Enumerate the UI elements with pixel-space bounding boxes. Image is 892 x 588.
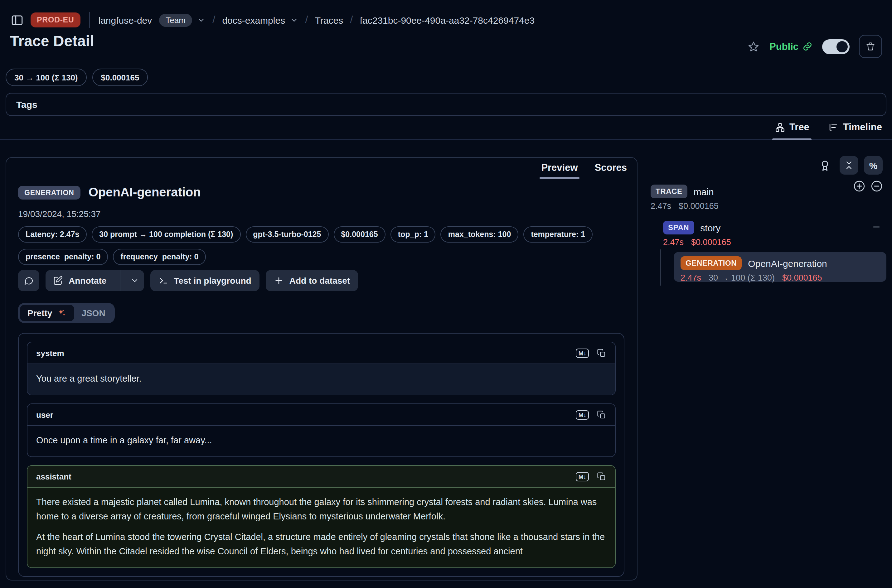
span-latency: 2.47s (663, 238, 684, 247)
markdown-icon[interactable]: M↓ (576, 410, 589, 419)
annotate-label: Annotate (69, 276, 107, 286)
copy-icon[interactable] (597, 348, 606, 358)
trace-type-badge: TRACE (650, 184, 688, 198)
tab-timeline[interactable]: Timeline (828, 120, 882, 134)
org-chevron-down-icon[interactable] (197, 16, 206, 24)
presence-penalty-badge[interactable]: presence_penalty: 0 (18, 249, 108, 265)
public-label: Public (769, 41, 799, 52)
format-json-button[interactable]: JSON (74, 305, 113, 321)
format-toggle: Pretty JSON (18, 303, 115, 323)
span-type-badge: SPAN (663, 221, 694, 234)
tab-timeline-label: Timeline (843, 122, 882, 133)
breadcrumb-traces[interactable]: Traces (315, 15, 343, 25)
collapse-all-button[interactable] (839, 156, 858, 175)
observation-params-row2: presence_penalty: 0 frequency_penalty: 0 (18, 249, 206, 265)
span-metrics: 2.47s $0.000165 (663, 238, 731, 247)
timeline-icon (828, 122, 839, 132)
message-content: You are a great storyteller. (27, 364, 615, 395)
award-icon[interactable] (818, 159, 832, 172)
tree-row-span[interactable]: SPAN story (663, 221, 721, 234)
markdown-icon[interactable]: M↓ (576, 348, 589, 358)
breadcrumb-divider (89, 12, 90, 28)
top-p-badge[interactable]: top_p: 1 (390, 226, 436, 243)
latency-badge[interactable]: Latency: 2.47s (18, 226, 87, 243)
generation-name: OpenAI-generation (748, 258, 827, 268)
generation-row-header: GENERATION OpenAI-generation (680, 256, 880, 270)
star-icon[interactable] (748, 40, 760, 53)
message-role: assistant (36, 472, 71, 481)
annotate-split-button: Annotate (45, 270, 144, 291)
message-header: user M↓ (27, 404, 615, 426)
tags-box[interactable]: Tags (6, 93, 886, 116)
trace-cost: $0.000165 (679, 201, 719, 211)
trace-detail-page: PROD-EU langfuse-dev Team / docs-example… (0, 0, 892, 588)
add-to-dataset-button[interactable]: Add to dataset (266, 270, 358, 291)
max-tokens-badge[interactable]: max_tokens: 100 (441, 226, 519, 243)
assistant-paragraph: There existed a majestic planet called L… (36, 495, 606, 524)
tree-icon (775, 122, 785, 132)
comment-button[interactable] (18, 270, 39, 291)
message-role: system (36, 348, 64, 358)
model-badge[interactable]: gpt-3.5-turbo-0125 (245, 226, 329, 243)
token-usage-badge[interactable]: 30 prompt → 100 completion (Σ 130) (92, 226, 240, 243)
plus-icon (274, 276, 284, 286)
cost-badge[interactable]: $0.000165 (92, 69, 148, 86)
project-chevron-down-icon[interactable] (290, 16, 298, 24)
observation-actions: Annotate Test in playground (18, 270, 358, 291)
observation-header: GENERATION OpenAI-generation (18, 185, 201, 200)
format-pretty-button[interactable]: Pretty (20, 305, 74, 321)
message-header-icons: M↓ (576, 348, 606, 358)
percent-icon: % (869, 160, 878, 171)
public-link[interactable]: Public (769, 41, 813, 52)
breadcrumb-org[interactable]: langfuse-dev (99, 15, 152, 25)
cost-badge[interactable]: $0.000165 (333, 226, 385, 243)
test-in-playground-button[interactable]: Test in playground (150, 270, 259, 291)
tab-tree[interactable]: Tree (775, 120, 809, 134)
collapse-node-icon[interactable] (871, 222, 881, 232)
trace-metrics: 2.47s $0.000165 (650, 201, 719, 211)
messages-container: system M↓ You are a great storyteller. u… (18, 333, 625, 577)
breadcrumb-separator: / (350, 14, 353, 26)
tree-row-trace[interactable]: TRACE main (650, 184, 714, 198)
generation-metrics: 2.47s 30 → 100 (Σ 130) $0.000165 (680, 273, 880, 282)
generation-cost: $0.000165 (782, 273, 822, 282)
observation-timestamp: 19/03/2024, 15:25:37 (18, 209, 101, 219)
public-toggle[interactable] (822, 39, 850, 54)
observation-params-row1: Latency: 2.47s 30 prompt → 100 completio… (18, 226, 593, 243)
annotate-dropdown-button[interactable] (126, 270, 144, 291)
metrics-toggle-button[interactable]: % (864, 156, 883, 175)
temperature-badge[interactable]: temperature: 1 (523, 226, 593, 243)
message-header-icons: M↓ (576, 410, 606, 419)
sidebar-toggle-button[interactable] (10, 13, 24, 27)
pretty-label: Pretty (27, 308, 52, 318)
markdown-icon[interactable]: M↓ (576, 472, 589, 481)
trash-icon (865, 41, 876, 52)
collapse-vertical-icon (844, 160, 854, 170)
token-usage-badge[interactable]: 30 → 100 (Σ 130) (6, 69, 87, 86)
minus-circle-icon[interactable] (870, 180, 883, 193)
message-user: user M↓ Once upon a time in a galaxy far… (27, 404, 616, 457)
panel-left-icon (10, 14, 23, 27)
chevron-down-icon (131, 276, 139, 285)
plus-circle-icon[interactable] (853, 180, 866, 193)
tab-preview[interactable]: Preview (541, 158, 578, 178)
frequency-penalty-badge[interactable]: frequency_penalty: 0 (113, 249, 206, 265)
terminal-icon (158, 276, 168, 286)
trace-stats: 30 → 100 (Σ 130) $0.000165 (6, 69, 148, 86)
trace-name: main (694, 186, 714, 197)
toggle-knob (836, 41, 848, 52)
breadcrumb-project[interactable]: docs-examples (222, 15, 285, 25)
tree-guide-line (660, 249, 661, 286)
annotate-button[interactable]: Annotate (45, 270, 114, 291)
breadcrumb-trace-id: fac231bc-90ee-490a-aa32-78c4269474e3 (360, 15, 535, 25)
generation-type-badge: GENERATION (680, 256, 742, 270)
message-assistant: assistant M↓ There existed a majestic pl… (27, 465, 616, 568)
tags-label: Tags (16, 99, 38, 110)
tree-row-generation-selected[interactable]: GENERATION OpenAI-generation 2.47s 30 → … (674, 252, 886, 282)
tab-scores[interactable]: Scores (595, 158, 627, 178)
message-header-icons: M↓ (576, 472, 606, 481)
copy-icon[interactable] (597, 472, 606, 481)
breadcrumb-separator: / (305, 14, 308, 26)
delete-trace-button[interactable] (859, 35, 882, 58)
copy-icon[interactable] (597, 410, 606, 419)
